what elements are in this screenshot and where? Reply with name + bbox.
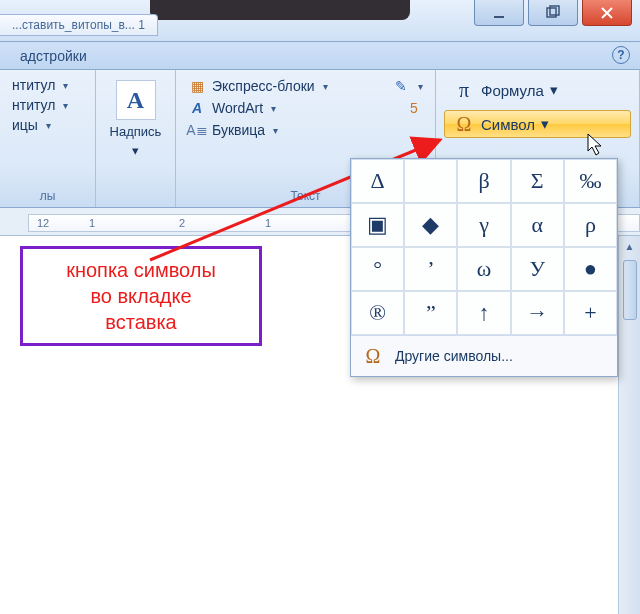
document-tab[interactable]: ...ставить_витопы_в... 1 (0, 14, 158, 36)
symbol-cell[interactable]: Σ (511, 159, 564, 203)
group-label-empty (104, 201, 167, 205)
symbol-cell[interactable]: У (511, 247, 564, 291)
tab-label: адстройки (20, 48, 87, 64)
symbol-cell[interactable]: ◆ (404, 203, 457, 247)
symbol-cell[interactable]: ” (404, 291, 457, 335)
signature-icon: ✎ (392, 77, 410, 95)
symbol-cell[interactable]: ° (351, 247, 404, 291)
textbox-label: Надпись (110, 124, 162, 139)
symbol-cell[interactable] (404, 159, 457, 203)
ribbon-group-textbox: A Надпись ▾ (96, 70, 176, 207)
symbol-cell[interactable]: α (511, 203, 564, 247)
maximize-icon (545, 5, 561, 21)
annotation-callout: кнопка символы во вкладке вставка (20, 246, 262, 346)
symbol-cell[interactable]: ω (457, 247, 510, 291)
symbol-cell[interactable]: → (511, 291, 564, 335)
vertical-scrollbar[interactable]: ▲ (618, 236, 640, 614)
equation-button[interactable]: π Формула ▾ (444, 76, 631, 104)
chevron-down-icon: ▾ (323, 81, 328, 92)
group-label: лы (8, 187, 87, 205)
symbol-cell[interactable]: + (564, 291, 617, 335)
footer-button[interactable]: нтитул▾ (8, 96, 87, 114)
wordart-label: WordArt (212, 100, 263, 116)
minimize-icon (491, 5, 507, 21)
symbol-cell[interactable]: ● (564, 247, 617, 291)
symbol-cell[interactable]: ‰ (564, 159, 617, 203)
scroll-thumb[interactable] (623, 260, 637, 320)
symbol-button[interactable]: Ω Символ ▾ (444, 110, 631, 138)
window-titlebar: ...ставить_витопы_в... 1 (0, 0, 640, 42)
header-label: нтитул (12, 77, 55, 93)
tab-addins[interactable]: адстройки (6, 44, 101, 69)
chevron-down-icon: ▾ (273, 125, 278, 136)
symbol-cell[interactable]: ρ (564, 203, 617, 247)
symbol-label: Символ (481, 116, 535, 133)
help-icon: ? (617, 48, 624, 62)
omega-icon: Ω (453, 113, 475, 135)
ruler-mark: 2 (179, 217, 185, 229)
chevron-down-icon: ▾ (63, 100, 68, 111)
wordart-icon: A (188, 99, 206, 117)
chevron-down-icon: ▾ (63, 80, 68, 91)
ruler-mark: 1 (265, 217, 271, 229)
symbol-cell[interactable]: γ (457, 203, 510, 247)
ribbon-tab-row: адстройки ? (0, 42, 640, 70)
ruler-mark: 1 (89, 217, 95, 229)
page-number-label: ицы (12, 117, 38, 133)
drop-cap-button[interactable]: A≣ Буквица▾ (184, 120, 427, 140)
symbol-grid: Δ β Σ ‰ ▣ ◆ γ α ρ ° ’ ω У ● ® ” ↑ → + (351, 159, 617, 335)
date-time-icon: 5 (405, 99, 423, 117)
chevron-down-icon: ▾ (46, 120, 51, 131)
textbox-icon: A (116, 80, 156, 120)
help-button[interactable]: ? (612, 46, 630, 64)
chevron-down-icon: ▾ (541, 115, 549, 133)
minimize-button[interactable] (474, 0, 524, 26)
chevron-down-icon: ▾ (418, 81, 423, 92)
callout-line: кнопка символы (29, 257, 253, 283)
symbol-cell[interactable]: ▣ (351, 203, 404, 247)
close-icon (599, 5, 615, 21)
header-button[interactable]: нтитул▾ (8, 76, 87, 94)
svg-rect-0 (494, 16, 504, 18)
quick-parts-button[interactable]: ▦ Экспресс-блоки▾ (184, 76, 332, 96)
equation-label: Формула (481, 82, 544, 99)
omega-icon: Ω (361, 344, 385, 368)
more-symbols-label: Другие символы... (395, 348, 513, 364)
symbol-cell[interactable]: ↑ (457, 291, 510, 335)
symbol-cell[interactable]: β (457, 159, 510, 203)
chevron-down-icon: ▾ (550, 81, 558, 99)
drop-cap-label: Буквица (212, 122, 265, 138)
textbox-button[interactable]: A Надпись ▾ (104, 76, 167, 162)
scroll-up-arrow[interactable]: ▲ (619, 236, 640, 256)
document-tab-label: ...ставить_витопы_в... 1 (12, 18, 145, 32)
chevron-down-icon: ▾ (132, 143, 139, 158)
ribbon-group-header-footer: нтитул▾ нтитул▾ ицы▾ лы (0, 70, 96, 207)
symbol-cell[interactable]: ’ (404, 247, 457, 291)
more-symbols-button[interactable]: Ω Другие символы... (351, 335, 617, 376)
pi-icon: π (453, 79, 475, 101)
callout-line: во вкладке (29, 283, 253, 309)
window-buttons (474, 0, 632, 26)
close-button[interactable] (582, 0, 632, 26)
quick-parts-label: Экспресс-блоки (212, 78, 315, 94)
symbol-cell[interactable]: ® (351, 291, 404, 335)
symbol-dropdown-panel: Δ β Σ ‰ ▣ ◆ γ α ρ ° ’ ω У ● ® ” ↑ → + Ω … (350, 158, 618, 377)
signature-line-button[interactable]: ✎▾ (388, 76, 427, 96)
quick-parts-icon: ▦ (188, 77, 206, 95)
drop-cap-icon: A≣ (188, 121, 206, 139)
ruler-mark: 12 (37, 217, 49, 229)
page-number-button[interactable]: ицы▾ (8, 116, 87, 134)
wordart-button[interactable]: A WordArt▾ (184, 98, 280, 118)
chevron-down-icon: ▾ (271, 103, 276, 114)
callout-line: вставка (29, 309, 253, 335)
maximize-button[interactable] (528, 0, 578, 26)
symbol-cell[interactable]: Δ (351, 159, 404, 203)
titlebar-dark-region (150, 0, 410, 20)
footer-label: нтитул (12, 97, 55, 113)
date-time-button[interactable]: 5 (401, 98, 427, 118)
